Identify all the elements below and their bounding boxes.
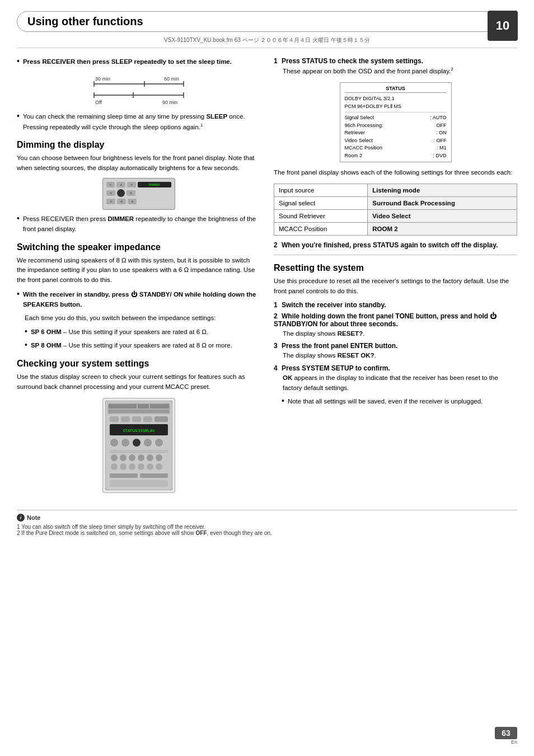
reset-step1: 1 Switch the receiver into standby. bbox=[274, 301, 517, 309]
svg-point-53 bbox=[129, 463, 135, 470]
sleep-bullet-1: • Press RECEIVER then press SLEEP repeat… bbox=[17, 57, 260, 67]
svg-point-51 bbox=[111, 463, 118, 470]
sp6-bullet: • SP 6 OHM – Use this setting if your sp… bbox=[25, 327, 260, 337]
settings-table: Input source Listening mode Signal selec… bbox=[274, 184, 517, 236]
step2-title: When you're finished, press STATUS again… bbox=[282, 241, 498, 249]
svg-point-43 bbox=[155, 439, 163, 447]
switching-sub-body: Each time you do this, you switch betwee… bbox=[25, 313, 260, 323]
status-video-select: Video Select: OFF bbox=[345, 137, 447, 145]
svg-point-40 bbox=[121, 439, 129, 447]
sleep-diagram: 30 min 60 min Off 90 min bbox=[77, 73, 200, 106]
chapter-badge: 10 bbox=[488, 11, 518, 41]
page-footer: 63 En bbox=[495, 727, 517, 745]
front-panel-desc: The front panel display shows each of th… bbox=[274, 168, 517, 178]
status-signal-select: Signal Select: AUTO bbox=[345, 114, 447, 122]
status-display-box: STATUS DOLBY DIGITAL 3/2.1 PCM 96+DOLBY … bbox=[340, 82, 452, 163]
svg-text:STATUS DISPLAY: STATUS DISPLAY bbox=[123, 429, 155, 433]
svg-point-49 bbox=[147, 454, 153, 461]
note-icon: i bbox=[17, 514, 25, 522]
table-cell-surround: Surround Back Processing bbox=[368, 196, 517, 209]
status-mcacc: MCACC Position: M1 bbox=[345, 144, 447, 152]
switching-bullet: • With the receiver in standby, press ⏻ … bbox=[17, 290, 260, 310]
svg-rect-31 bbox=[109, 410, 169, 413]
svg-rect-57 bbox=[110, 473, 138, 478]
switching-title: Switching the speaker impedance bbox=[17, 242, 260, 252]
main-content: • Press RECEIVER then press SLEEP repeat… bbox=[17, 57, 517, 499]
table-cell-input: Input source bbox=[274, 184, 368, 196]
reset-step2-body: The display shows RESET?. bbox=[283, 329, 517, 339]
svg-rect-36 bbox=[154, 416, 168, 422]
dimming-body: You can choose between four brightness l… bbox=[17, 153, 260, 173]
sp8-bullet: • SP 8 OHM – Use this setting if your sp… bbox=[25, 341, 260, 351]
status-room2: Room 2: DVD bbox=[345, 152, 447, 160]
step1-number: 1 bbox=[274, 57, 278, 65]
step2-num: 2 bbox=[274, 241, 278, 249]
table-row-2: Signal select Surround Back Processing bbox=[274, 196, 517, 209]
note-line-1: 1 You can also switch off the sleep time… bbox=[17, 524, 517, 530]
page-lang: En bbox=[511, 739, 517, 745]
svg-point-55 bbox=[147, 463, 153, 470]
reset-step4: 4 Press SYSTEM SETUP to confirm. OK appe… bbox=[274, 364, 517, 393]
btn-4: ④ bbox=[106, 190, 115, 196]
svg-point-46 bbox=[120, 454, 127, 461]
check-step1: 1 Press STATUS to check the system setti… bbox=[274, 57, 517, 77]
svg-point-52 bbox=[120, 463, 127, 470]
display-1: DIMMER bbox=[138, 182, 171, 187]
table-cell-mcacc-pos: MCACC Position bbox=[274, 222, 368, 235]
dimming-title: Dimming the display bbox=[17, 140, 260, 150]
svg-rect-35 bbox=[143, 416, 152, 422]
status-box-title: STATUS bbox=[345, 85, 447, 93]
svg-rect-29 bbox=[138, 404, 149, 408]
bullet-dot-2: • bbox=[17, 111, 20, 120]
table-cell-retriever: Sound Retriever bbox=[274, 209, 368, 222]
bullet-dot-dimming: • bbox=[17, 214, 20, 223]
page-title: Using other functions bbox=[27, 15, 507, 28]
table-cell-listening: Listening mode bbox=[368, 184, 517, 196]
svg-rect-28 bbox=[109, 404, 137, 408]
table-row-3: Sound Retriever Video Select bbox=[274, 209, 517, 222]
check-step2: 2 When you're finished, press STATUS aga… bbox=[274, 241, 517, 249]
btn-3: ③ bbox=[127, 182, 136, 187]
reset-step2: 2 While holding down the front panel TON… bbox=[274, 312, 517, 339]
sleep-bullet-2: • You can check the remaining sleep time… bbox=[17, 112, 260, 132]
svg-point-42 bbox=[144, 439, 152, 447]
note-line-2: 2 If the Pure Direct mode is switched on… bbox=[17, 530, 517, 536]
switching-bullet-text: With the receiver in standby, press ⏻ ST… bbox=[23, 290, 260, 310]
btn-8: ⑧ bbox=[117, 199, 126, 204]
checking-title: Checking your system settings bbox=[17, 359, 260, 369]
svg-point-39 bbox=[110, 439, 118, 447]
svg-text:60 min: 60 min bbox=[164, 76, 179, 82]
header-bar: Using other functions 10 bbox=[17, 11, 517, 32]
svg-rect-30 bbox=[150, 404, 169, 408]
btn-9: ⑨ bbox=[128, 199, 137, 204]
system-controller-image: STATUS DISPLAY bbox=[102, 398, 175, 493]
svg-point-45 bbox=[111, 454, 118, 461]
table-cell-signal: Signal select bbox=[274, 196, 368, 209]
table-cell-room2: ROOM 2 bbox=[368, 222, 517, 235]
btn-6: ⑥ bbox=[127, 190, 135, 196]
reset-step3-body: The display shows RESET OK?. bbox=[283, 351, 517, 361]
table-row-4: MCACC Position ROOM 2 bbox=[274, 222, 517, 235]
file-info: VSX-9110TXV_KU.book.fm 63 ページ ２００６年４月４日 … bbox=[17, 36, 517, 48]
divider-1 bbox=[274, 255, 517, 255]
status-pcm: PCM 96+DOLBY PLⅡ MS bbox=[345, 103, 447, 111]
table-row-1: Input source Listening mode bbox=[274, 184, 517, 196]
table-cell-video: Video Select bbox=[368, 209, 517, 222]
svg-text:30 min: 30 min bbox=[95, 76, 110, 82]
svg-point-41 bbox=[133, 439, 140, 447]
right-column: 1 Press STATUS to check the system setti… bbox=[274, 57, 517, 499]
svg-rect-59 bbox=[110, 480, 168, 487]
svg-rect-32 bbox=[110, 416, 119, 422]
page-container: Using other functions 10 VSX-9110TXV_KU.… bbox=[0, 0, 534, 756]
bullet-dot-1: • bbox=[17, 57, 20, 65]
svg-text:90 min: 90 min bbox=[162, 100, 177, 105]
reset-step4-body: OK appears in the display to indicate th… bbox=[283, 373, 517, 393]
svg-point-50 bbox=[156, 454, 162, 461]
svg-rect-44 bbox=[110, 450, 168, 453]
page-number: 63 bbox=[495, 727, 517, 739]
btn-2: ② bbox=[116, 182, 125, 187]
switching-body: We recommend using speakers of 8 Ω with … bbox=[17, 256, 260, 285]
svg-point-47 bbox=[129, 454, 135, 461]
svg-point-54 bbox=[138, 463, 144, 470]
oval-sel bbox=[117, 189, 125, 197]
